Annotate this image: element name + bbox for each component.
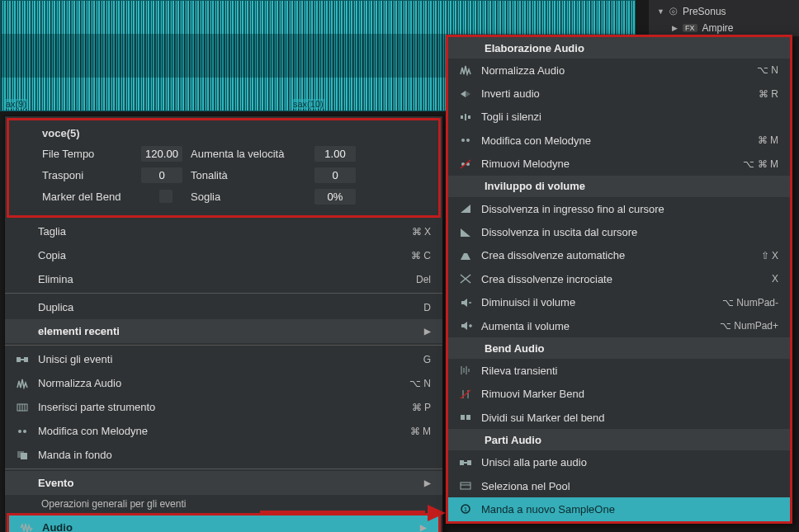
menu-copy[interactable]: Copia ⌘ C (5, 243, 442, 267)
shortcut: ⌥ N (409, 378, 431, 389)
menu-normalize[interactable]: Normalizza Audio ⌥ N (5, 371, 442, 395)
submenu-fade-out[interactable]: Dissolvenza in uscita dal cursore (448, 220, 790, 243)
submenu-select-pool[interactable]: Seleziona nel Pool (448, 474, 790, 497)
svg-rect-10 (21, 453, 27, 459)
menu-insert-instrument[interactable]: Inserisci parte strumento ⌘ P (5, 395, 442, 419)
menu-label: Taglia (38, 225, 404, 238)
svg-point-14 (461, 139, 465, 142)
key-value[interactable]: 0 (314, 167, 356, 183)
instrument-icon (15, 401, 30, 414)
blank-icon (15, 249, 30, 262)
submenu-remove-melodyne[interactable]: Rimuovi Melodyne ⌥ ⌘ M (448, 153, 790, 176)
svg-rect-33 (464, 462, 467, 464)
shortcut: X (772, 273, 778, 285)
menu-cut[interactable]: Taglia ⌘ X (5, 219, 442, 243)
speed-value[interactable]: 1.00 (314, 146, 356, 162)
submenu-section-bend: Bend Audio (448, 337, 790, 359)
bend-remove-icon (458, 388, 473, 401)
menu-label: Inserisci parte strumento (38, 401, 404, 413)
menu-label: Rimuovi Marker Bend (481, 388, 778, 400)
shortcut: G (423, 354, 431, 365)
submenu-section-parti: Parti Audio (448, 429, 790, 450)
fx-badge: FX (683, 24, 697, 32)
info-label: Marker del Bend (42, 191, 141, 203)
svg-rect-1 (24, 357, 28, 362)
menu-audio-section[interactable]: Audio ▶ (9, 516, 438, 532)
fade-in-icon (458, 202, 473, 215)
shortcut: Del (416, 274, 431, 285)
menu-duplicate[interactable]: Duplica D (5, 295, 442, 319)
merge-icon (15, 353, 30, 366)
menu-event-subtitle: Operazioni generali per gli eventi (5, 495, 442, 513)
submenu-reverse[interactable]: Inverti audio ⌘ R (448, 82, 790, 105)
shortcut: ⇧ X (761, 250, 778, 261)
submenu-split-bend[interactable]: Dividi sui Marker del bend (448, 406, 790, 429)
transient-icon (458, 364, 473, 377)
menu-delete[interactable]: Elimina Del (5, 267, 442, 291)
reverse-icon (458, 87, 473, 101)
send-back-icon (15, 449, 30, 462)
menu-label: Aumenta il volume (481, 320, 712, 332)
bend-marker-checkbox[interactable] (159, 190, 173, 203)
tree-item-ampire[interactable]: ▶ FX Ampire (649, 20, 799, 36)
menu-label: Manda in fondo (38, 449, 431, 461)
svg-text:1: 1 (464, 506, 468, 513)
shortcut: ⌘ M (410, 426, 431, 437)
svg-rect-0 (17, 357, 21, 362)
submenu-merge-part[interactable]: Unisci alla parte audio (448, 450, 790, 473)
tree-label: PreSonus (683, 6, 726, 17)
shortcut: D (423, 302, 431, 313)
submenu-auto-fade[interactable]: Crea dissolvenze automatiche ⇧ X (448, 244, 790, 267)
file-tempo-value[interactable]: 120.00 (141, 146, 182, 162)
submenu-melodyne[interactable]: Modifica con Melodyne ⌘ M (448, 129, 790, 152)
submenu-volume-down[interactable]: Diminuisci il volume ⌥ NumPad- (448, 291, 790, 314)
menu-event-section[interactable]: Evento ▶ (5, 471, 442, 495)
melodyne-icon (15, 425, 30, 438)
info-row: Marker del Bend Soglia 0% (42, 186, 430, 207)
submenu-volume-up[interactable]: Aumenta il volume ⌥ NumPad+ (448, 314, 790, 337)
menu-label: Crea dissolvenze automatiche (481, 249, 753, 261)
pool-icon (458, 479, 473, 492)
volume-up-icon (458, 319, 473, 332)
menu-label: Togli i silenzi (481, 111, 778, 123)
plugin-tree: ▼ ⦾ PreSonus ▶ FX Ampire (649, 0, 799, 36)
submenu-crossfade[interactable]: Crea dissolvenze incrociate X (448, 267, 790, 290)
chevron-right-icon: ▶ (424, 478, 431, 487)
svg-point-7 (18, 430, 21, 433)
submenu-section-inviluppo: Inviluppo di volume (448, 176, 790, 197)
menu-label: Duplica (38, 301, 415, 313)
menu-label: Rimuovi Melodyne (481, 158, 735, 170)
chevron-right-icon: ▶ (424, 327, 431, 336)
tree-label: Ampire (702, 22, 734, 34)
event-name: voce(5) (42, 127, 430, 139)
menu-merge-events[interactable]: Unisci gli eventi G (5, 347, 442, 371)
transpose-value[interactable]: 0 (141, 167, 182, 183)
menu-label: Dissolvenza in ingresso fino al cursore (481, 203, 778, 215)
blank-icon (15, 477, 30, 490)
submenu-send-sampleone[interactable]: 1 Manda a nuovo SampleOne (448, 497, 790, 520)
submenu-detect-transients[interactable]: Rileva transienti (448, 359, 790, 382)
menu-label: Normalizza Audio (38, 377, 401, 389)
submenu-remove-bend[interactable]: Rimuovi Marker Bend (448, 383, 790, 406)
menu-send-to-back[interactable]: Manda in fondo (5, 443, 442, 467)
menu-audio-block: Audio ▶ Operazioni specifiche su eventi … (7, 513, 441, 532)
svg-rect-2 (21, 359, 24, 360)
plugin-vendor-icon: ⦾ (669, 6, 678, 17)
submenu-normalize[interactable]: Normalizza Audio ⌥ N (448, 59, 790, 82)
menu-label: Copia (38, 249, 403, 261)
chevron-right-icon: ▶ (420, 523, 427, 532)
menu-recent-header[interactable]: elementi recenti ▶ (5, 319, 442, 343)
menu-label: Elimina (38, 273, 408, 285)
svg-rect-11 (461, 115, 463, 119)
tree-item-presonus[interactable]: ▼ ⦾ PreSonus (649, 3, 799, 20)
info-row: File Tempo 120.00 Aumenta la velocità 1.… (42, 143, 430, 164)
info-row: Trasponi 0 Tonalità 0 (42, 164, 430, 186)
submenu-fade-in[interactable]: Dissolvenza in ingresso fino al cursore (448, 197, 790, 220)
shortcut: ⌘ M (758, 134, 778, 146)
menu-label: Dividi sui Marker del bend (481, 412, 778, 424)
svg-rect-29 (461, 415, 465, 420)
threshold-value[interactable]: 0% (314, 189, 356, 205)
menu-label: Crea dissolvenze incrociate (481, 273, 764, 285)
menu-melodyne[interactable]: Modifica con Melodyne ⌘ M (5, 419, 442, 443)
submenu-strip-silence[interactable]: Togli i silenzi (448, 106, 790, 129)
